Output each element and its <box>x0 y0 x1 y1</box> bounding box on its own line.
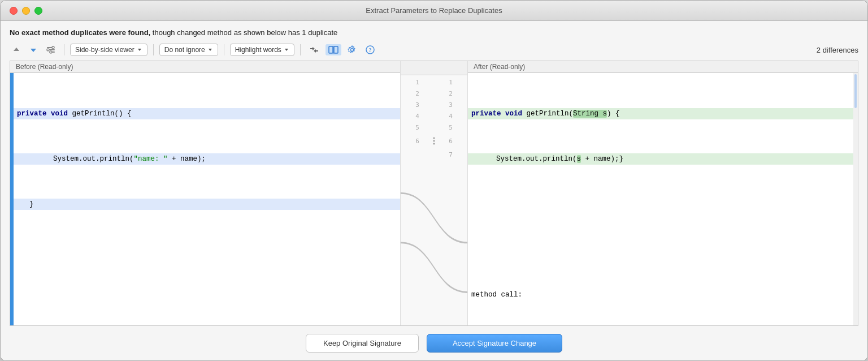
svg-rect-6 <box>329 46 333 53</box>
sync-scroll-button[interactable] <box>306 44 322 55</box>
gutter-left-label <box>401 63 434 73</box>
close-button[interactable] <box>10 7 18 15</box>
gutter-line-4: 4 4 <box>401 110 467 122</box>
gutter-connector-svg <box>401 160 467 325</box>
right-pane-header: After (Read-only) <box>468 61 858 73</box>
right-line-5-content: method call: <box>468 289 853 300</box>
right-code-area[interactable]: private void getPrintln(String s) { Syst… <box>468 73 853 325</box>
next-diff-button[interactable] <box>27 44 40 55</box>
help-icon: ? <box>366 45 375 54</box>
minimize-button[interactable] <box>22 7 30 15</box>
accept-change-button[interactable]: Accept Signature Change <box>427 334 562 353</box>
gutter-right-3: 3 <box>434 101 467 109</box>
diff-settings-button[interactable] <box>44 44 58 56</box>
gutter-right-2: 2 <box>434 90 467 97</box>
gear-icon <box>348 45 357 54</box>
dropdown-arrow-icon-2 <box>207 47 213 53</box>
left-line-1: private void getPrintln() { <box>14 108 400 119</box>
ignore-mode-label: Do not ignore <box>164 46 205 54</box>
bottom-bar: Keep Original Signature Accept Signature… <box>10 326 858 360</box>
toolbar-separator-1 <box>64 44 64 55</box>
svg-point-5 <box>50 51 52 53</box>
window-title: Extract Parameters to Replace Duplicates <box>366 6 502 15</box>
right-line-5: method call: <box>468 289 853 300</box>
dropdown-arrow-icon-3 <box>284 47 289 53</box>
gutter-right-label <box>434 63 467 73</box>
gutter-right-7: 7 <box>434 151 467 158</box>
up-arrow-icon <box>12 46 20 54</box>
gutter-header <box>401 61 467 75</box>
left-pane-body: private void getPrintln() { System.out.p… <box>10 73 400 325</box>
left-pane: Before (Read-only) private void getPrint… <box>10 61 400 325</box>
gutter-right-1: 1 <box>434 79 467 86</box>
toolbar-separator-4 <box>300 44 301 55</box>
right-scrollbar[interactable] <box>853 73 858 325</box>
differences-count: 2 differences <box>817 46 858 54</box>
traffic-lights <box>10 7 42 15</box>
left-line-3-content: } <box>14 199 400 210</box>
gutter-line-1: 1 1 <box>401 76 467 88</box>
connector-dots <box>433 137 435 145</box>
right-line-4 <box>468 244 853 255</box>
ignore-mode-dropdown[interactable]: Do not ignore <box>159 44 218 56</box>
help-button[interactable]: ? <box>363 44 377 56</box>
line-numbers: 1 1 2 2 3 3 4 4 <box>401 75 467 160</box>
left-line-4 <box>14 244 400 255</box>
gutter-right-4: 4 <box>434 113 467 120</box>
gutter-line-5: 5 5 <box>401 122 467 133</box>
side-by-side-toggle[interactable] <box>326 44 341 55</box>
gutter-left-2: 2 <box>401 90 434 97</box>
gutter-left-6: 6 <box>401 137 434 145</box>
gutter-right-6: 6 <box>434 137 467 145</box>
diff-viewer: Before (Read-only) private void getPrint… <box>10 61 858 326</box>
main-window: Extract Parameters to Replace Duplicates… <box>0 0 868 361</box>
header-bold: No exact method duplicates were found, <box>10 28 150 37</box>
header-message: No exact method duplicates were found, t… <box>10 28 858 38</box>
keep-original-button[interactable]: Keep Original Signature <box>306 334 419 353</box>
header-rest: though changed method as shown below has… <box>150 28 337 37</box>
sync-icon <box>309 46 319 54</box>
prev-diff-button[interactable] <box>10 44 23 55</box>
scroll-thumb <box>854 74 857 108</box>
left-code-area[interactable]: private void getPrintln() { System.out.p… <box>14 73 400 325</box>
right-pane: After (Read-only) private void getPrintl… <box>468 61 858 325</box>
highlight-mode-label: Highlight words <box>235 46 281 54</box>
viewer-mode-label: Side-by-side viewer <box>75 46 134 54</box>
right-pane-body: private void getPrintln(String s) { Syst… <box>468 73 858 325</box>
viewer-mode-dropdown[interactable]: Side-by-side viewer <box>70 44 147 56</box>
left-line-1-content: private void getPrintln() { <box>14 108 400 119</box>
maximize-button[interactable] <box>34 7 42 15</box>
gutter-left-1: 1 <box>401 79 434 86</box>
right-line-1: private void getPrintln(String s) { <box>468 108 853 119</box>
left-code: private void getPrintln() { System.out.p… <box>14 73 400 325</box>
svg-text:?: ? <box>368 47 371 53</box>
title-bar: Extract Parameters to Replace Duplicates <box>1 1 867 21</box>
svg-point-3 <box>52 46 54 49</box>
left-line-2: System.out.println("name: " + name); <box>14 153 400 165</box>
gutter-left-3: 3 <box>401 101 434 109</box>
gutter-left-4: 4 <box>401 113 434 120</box>
right-line-2: System.out.println(s + name);} <box>468 153 853 165</box>
gutter-right-5: 5 <box>434 124 467 131</box>
toolbar: Side-by-side viewer Do not ignore Highli… <box>10 44 858 56</box>
side-by-side-icon <box>328 46 338 54</box>
left-line-3: } <box>14 199 400 210</box>
left-line-5 <box>14 289 400 300</box>
gutter-left-5: 5 <box>401 124 434 131</box>
dropdown-arrow-icon <box>137 47 142 53</box>
gutter-line-7: 7 <box>401 149 467 160</box>
svg-rect-7 <box>334 46 338 53</box>
settings-button[interactable] <box>345 44 359 56</box>
right-line-3 <box>468 199 853 210</box>
down-arrow-icon <box>29 46 37 54</box>
highlight-mode-dropdown[interactable]: Highlight words <box>230 44 294 56</box>
toolbar-separator-3 <box>224 44 224 55</box>
right-line-1-content: private void getPrintln(String s) { <box>468 108 853 119</box>
gutter-line-3: 3 3 <box>401 99 467 110</box>
gutter-line-2: 2 2 <box>401 88 467 99</box>
content-area: No exact method duplicates were found, t… <box>1 21 867 360</box>
gutter-line-6: 6 6 <box>401 133 467 149</box>
diff-options-icon <box>46 45 55 54</box>
left-line-2-content: System.out.println("name: " + name); <box>14 153 400 165</box>
right-line-2-content: System.out.println(s + name);} <box>468 153 853 165</box>
